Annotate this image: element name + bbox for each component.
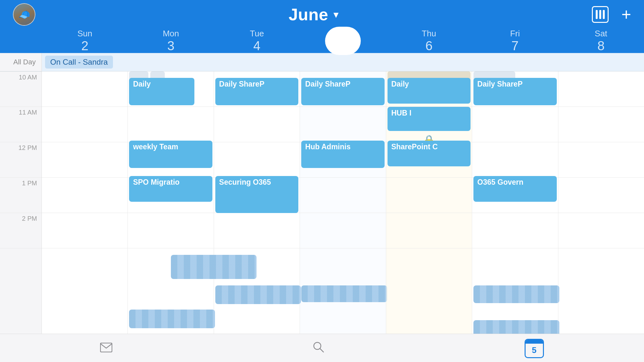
day-header-tue[interactable]: Tue 4 (214, 27, 300, 55)
chevron-down-icon: ▾ (333, 8, 339, 21)
allday-label: All Day (0, 53, 42, 71)
avatar[interactable]: 🧢 (13, 3, 35, 26)
allday-row: All Day On Call - Sandra (0, 53, 644, 71)
day-column-fri: Daily ShareP O365 Govern (472, 71, 558, 334)
calendar-badge-top (526, 340, 543, 344)
event-wed-hub-adminis[interactable]: Hub Adminis (301, 141, 384, 168)
event-tue-securing-o365[interactable]: Securing O365 (215, 176, 298, 213)
day-number-sun: 2 (81, 39, 89, 53)
calendar-badge: 5 (525, 339, 544, 358)
calendar-badge-number: 5 (526, 344, 543, 357)
day-name-sat: Sat (595, 29, 607, 39)
tab-calendar[interactable]: 5 (512, 336, 557, 361)
day-number-sat: 8 (597, 39, 604, 53)
days-grid: Daily weekly Team SPO Migratio (42, 71, 644, 334)
app-header: 🧢 June ▾ + (0, 0, 644, 29)
header-left: 🧢 (13, 3, 35, 26)
day-name-mon: Mon (163, 29, 179, 39)
allday-event-oncall[interactable]: On Call - Sandra (45, 56, 113, 69)
day-column-wed: Daily ShareP Hub Adminis (300, 71, 386, 334)
time-slot-2pm: 2 PM (0, 213, 42, 248)
event-thu-daily[interactable]: Daily (387, 78, 471, 104)
tab-bar: 5 (0, 334, 644, 362)
event-tue-blurred-1[interactable] (215, 285, 301, 304)
day-column-mon: Daily weekly Team SPO Migratio (128, 71, 214, 334)
day-name-thu: Thu (422, 29, 436, 39)
allday-events: On Call - Sandra (42, 53, 644, 71)
time-slot-11am: 11 AM (0, 107, 42, 142)
time-slot-1pm: 1 PM (0, 178, 42, 213)
today-pill: Wed 5 (325, 27, 360, 55)
day-name-sun: Sun (78, 29, 92, 39)
day-name-fri: Fri (510, 29, 520, 39)
svg-rect-0 (100, 343, 112, 352)
time-gutter: 10 AM 11 AM 12 PM 1 PM 2 PM (0, 71, 42, 334)
event-wed-daily-sharep[interactable]: Daily ShareP (301, 78, 384, 105)
event-tue-daily-sharep[interactable]: Daily ShareP (215, 78, 298, 105)
day-headers: Sun 2 Mon 3 Tue 4 Wed 5 Thu 6 Fri 7 (42, 27, 644, 55)
event-mon-weekly-team[interactable]: weekly Team (129, 141, 212, 168)
day-number-tue: 4 (253, 39, 260, 53)
event-fri-o365-govern[interactable]: O365 Govern (473, 176, 556, 202)
add-event-button[interactable]: + (621, 6, 631, 23)
time-slot-10am: 10 AM (0, 71, 42, 107)
day-header-fri[interactable]: Fri 7 (472, 27, 558, 55)
month-title: June (289, 5, 328, 24)
month-selector[interactable]: June ▾ (289, 5, 339, 24)
event-mon-daily[interactable]: Daily (129, 78, 194, 105)
day-column-thu: Daily HUB I 🔒 SharePoint C (386, 71, 472, 334)
event-fri-blurred-2[interactable] (473, 320, 559, 334)
day-number-thu: 6 (425, 39, 433, 53)
day-column-sat (558, 71, 644, 334)
grid-view-button[interactable] (592, 6, 609, 23)
day-name-tue: Tue (250, 29, 264, 39)
day-column-tue: Daily ShareP Securing O365 (214, 71, 300, 334)
day-header-bar: Sun 2 Mon 3 Tue 4 Wed 5 Thu 6 Fri 7 (0, 29, 644, 53)
day-header-wed[interactable]: Wed 5 (300, 27, 386, 55)
day-column-sun (42, 71, 128, 334)
event-fri-daily-sharep[interactable]: Daily ShareP (473, 78, 556, 105)
day-header-sun[interactable]: Sun 2 (42, 27, 128, 55)
day-header-sat[interactable]: Sat 8 (558, 27, 644, 55)
event-wed-blurred-1[interactable] (301, 285, 387, 302)
event-mon-blurred-2[interactable] (129, 310, 215, 328)
day-number-fri: 7 (511, 39, 518, 53)
grid-bars-icon (596, 10, 605, 19)
day-number-mon: 3 (167, 39, 174, 53)
event-mon-spo-migration[interactable]: SPO Migratio (129, 176, 212, 202)
tab-mail[interactable] (87, 339, 125, 358)
avatar-image: 🧢 (14, 4, 35, 25)
tab-search[interactable] (300, 338, 337, 359)
calendar-grid: 10 AM 11 AM 12 PM 1 PM 2 PM Daily (0, 71, 644, 334)
day-name-wed: Wed (334, 29, 351, 39)
time-slot-12pm: 12 PM (0, 142, 42, 178)
event-thu-hub[interactable]: HUB I (387, 107, 471, 131)
mail-icon (100, 342, 112, 355)
day-header-mon[interactable]: Mon 3 (128, 27, 214, 55)
day-number-wed: 5 (339, 39, 346, 53)
event-fri-blurred-1[interactable] (473, 285, 559, 303)
event-thu-sharepoint-c[interactable]: SharePoint C (387, 141, 471, 166)
day-header-thu[interactable]: Thu 6 (386, 27, 472, 55)
svg-line-2 (320, 348, 323, 352)
header-right: + (592, 6, 631, 23)
search-icon (313, 341, 324, 356)
